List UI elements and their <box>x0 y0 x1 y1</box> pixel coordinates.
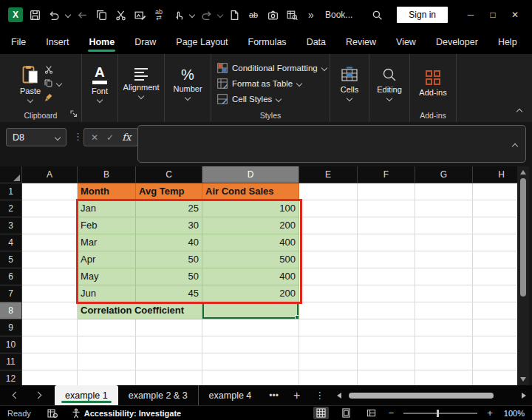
horizontal-scrollbar-thumb[interactable] <box>349 393 494 399</box>
cell-A4[interactable] <box>22 234 78 251</box>
row-header-6[interactable]: 6 <box>0 268 22 285</box>
cell-G6[interactable] <box>415 268 473 285</box>
cell-C7[interactable]: 45 <box>136 285 202 302</box>
cell-B7[interactable]: Jun <box>78 285 136 302</box>
addins-button[interactable]: Add-ins <box>419 70 446 97</box>
cell-G5[interactable] <box>415 251 473 268</box>
cell-A9[interactable] <box>22 319 78 336</box>
tab-view[interactable]: View <box>395 31 417 53</box>
sheet-tab-example-1[interactable]: example 1 <box>55 385 118 405</box>
cell-D8[interactable] <box>202 302 299 319</box>
cell-B6[interactable]: May <box>78 268 136 285</box>
row-header-12[interactable]: 12 <box>0 370 22 385</box>
cell-B1[interactable]: Month <box>78 183 136 200</box>
cell-H7[interactable] <box>473 285 517 302</box>
cancel-entry-button[interactable]: ✕ <box>91 132 98 143</box>
cell-D10[interactable] <box>202 336 299 353</box>
cell-F2[interactable] <box>358 200 415 217</box>
accessibility-icon[interactable] <box>71 408 81 419</box>
cell-D2[interactable]: 100 <box>202 200 299 217</box>
cell-E12[interactable] <box>299 370 358 385</box>
cell-E9[interactable] <box>299 319 358 336</box>
cell-B11[interactable] <box>78 353 136 370</box>
cell-G11[interactable] <box>415 353 473 370</box>
cell-E1[interactable] <box>299 183 358 200</box>
cell-D11[interactable] <box>202 353 299 370</box>
sheet-menu-icon[interactable]: ⋮ <box>307 390 332 401</box>
cell-B3[interactable]: Feb <box>78 217 136 234</box>
cell-A12[interactable] <box>22 370 78 385</box>
cell-E7[interactable] <box>299 285 358 302</box>
close-button[interactable]: ✕ <box>504 0 526 30</box>
paste-button[interactable]: Paste <box>20 65 41 102</box>
touch-mouse-mode-icon[interactable] <box>168 0 188 30</box>
cell-A6[interactable] <box>22 268 78 285</box>
column-header-F[interactable]: F <box>358 166 415 183</box>
cell-styles-button[interactable]: Cell Styles <box>217 94 281 104</box>
zoom-slider[interactable] <box>403 413 477 414</box>
touch-mode-dropdown-icon[interactable] <box>188 0 197 30</box>
cell-D4[interactable]: 400 <box>202 234 299 251</box>
column-header-H[interactable]: H <box>473 166 517 183</box>
select-all-corner[interactable] <box>0 166 22 183</box>
cell-E2[interactable] <box>299 200 358 217</box>
tab-data[interactable]: Data <box>306 31 327 53</box>
row-header-1[interactable]: 1 <box>0 183 22 200</box>
tab-page-layout[interactable]: Page Layout <box>175 31 228 53</box>
cell-H6[interactable] <box>473 268 517 285</box>
column-header-A[interactable]: A <box>22 166 78 183</box>
more-commands-icon[interactable]: » <box>301 0 321 30</box>
copy-icon[interactable] <box>92 0 111 30</box>
cell-C9[interactable] <box>136 319 202 336</box>
formula-bar-handle-icon[interactable]: ⋮ <box>73 131 83 142</box>
cell-E6[interactable] <box>299 268 358 285</box>
cell-B8[interactable]: Correlation Coefficient <box>78 302 202 319</box>
cell-G2[interactable] <box>415 200 473 217</box>
scroll-down-icon[interactable] <box>520 377 526 382</box>
clipboard-dialog-launcher-icon[interactable] <box>70 110 78 119</box>
undo-dropdown-icon[interactable] <box>64 0 72 30</box>
scroll-right-icon[interactable] <box>522 393 526 399</box>
new-file-icon[interactable] <box>225 0 244 30</box>
cell-G7[interactable] <box>415 285 473 302</box>
insert-function-button[interactable]: fx <box>122 132 131 143</box>
cell-C1[interactable]: Avg Temp <box>136 183 202 200</box>
cell-D3[interactable]: 200 <box>202 217 299 234</box>
cell-B10[interactable] <box>78 336 136 353</box>
cell-E8[interactable] <box>299 302 358 319</box>
normal-view-button[interactable] <box>313 407 329 419</box>
row-header-3[interactable]: 3 <box>0 217 22 234</box>
cell-F5[interactable] <box>358 251 415 268</box>
row-header-5[interactable]: 5 <box>0 251 22 268</box>
font-button[interactable]: A Font <box>92 65 108 102</box>
cell-E10[interactable] <box>299 336 358 353</box>
cell-F7[interactable] <box>358 285 415 302</box>
tab-insert[interactable]: Insert <box>45 31 69 53</box>
cell-G3[interactable] <box>415 217 473 234</box>
cell-F9[interactable] <box>358 319 415 336</box>
number-button[interactable]: % Number <box>173 67 202 100</box>
name-box[interactable]: D8 <box>6 128 66 146</box>
macro-record-icon[interactable] <box>47 408 58 419</box>
cell-G1[interactable] <box>415 183 473 200</box>
cell-D1[interactable]: Air Cond Sales <box>202 183 299 200</box>
cell-C3[interactable]: 30 <box>136 217 202 234</box>
cell-E4[interactable] <box>299 234 358 251</box>
cell-H11[interactable] <box>473 353 517 370</box>
row-header-10[interactable]: 10 <box>0 336 22 353</box>
cell-B4[interactable]: Mar <box>78 234 136 251</box>
enter-entry-button[interactable]: ✓ <box>106 132 114 143</box>
cell-E3[interactable] <box>299 217 358 234</box>
zoom-in-button[interactable]: + <box>487 408 493 418</box>
cell-F1[interactable] <box>358 183 415 200</box>
collapse-ribbon-icon[interactable] <box>517 104 522 117</box>
cell-C5[interactable]: 50 <box>136 251 202 268</box>
cell-H1[interactable] <box>473 183 517 200</box>
cell-D12[interactable] <box>202 370 299 385</box>
undo-icon[interactable] <box>44 0 64 30</box>
cell-G9[interactable] <box>415 319 473 336</box>
cell-F8[interactable] <box>358 302 415 319</box>
column-header-E[interactable]: E <box>299 166 358 183</box>
format-as-table-button[interactable]: Format as Table <box>217 78 301 89</box>
format-painter-button[interactable] <box>44 92 61 103</box>
